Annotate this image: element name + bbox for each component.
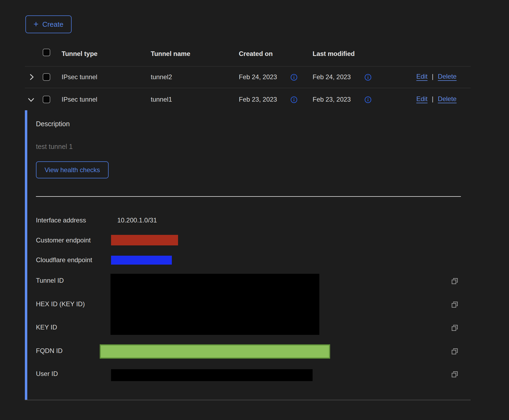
copy-user-id-button[interactable] bbox=[451, 370, 459, 378]
customer-endpoint-redacted-value bbox=[111, 235, 178, 245]
plus-icon: + bbox=[34, 20, 39, 28]
cell-tunnel-type: IPsec tunnel bbox=[62, 96, 97, 103]
interface-address-label: Interface address bbox=[36, 216, 86, 224]
cell-created-on: Feb 23, 2023 bbox=[239, 96, 277, 103]
panel-bottom-divider bbox=[25, 400, 471, 400]
ids-redacted-value bbox=[110, 274, 319, 335]
edit-link[interactable]: Edit bbox=[416, 73, 427, 80]
cell-last-modified: Feb 24, 2023 bbox=[313, 73, 351, 81]
select-row-checkbox[interactable] bbox=[43, 96, 50, 103]
edit-link[interactable]: Edit bbox=[416, 95, 427, 103]
cell-last-modified: Feb 23, 2023 bbox=[313, 96, 351, 103]
column-header-tunnel-name: Tunnel name bbox=[151, 50, 190, 58]
cell-tunnel-name: tunnel2 bbox=[151, 73, 172, 81]
copy-fqdn-id-button[interactable] bbox=[451, 347, 459, 355]
row-divider bbox=[25, 88, 471, 88]
description-label: Description bbox=[36, 120, 70, 128]
fqdn-id-redacted-value bbox=[100, 344, 330, 359]
column-header-tunnel-type: Tunnel type bbox=[62, 50, 98, 58]
info-icon[interactable] bbox=[290, 74, 298, 81]
cell-tunnel-type: IPsec tunnel bbox=[62, 73, 97, 81]
delete-link[interactable]: Delete bbox=[438, 73, 457, 80]
header-divider bbox=[25, 66, 471, 66]
copy-icon bbox=[451, 277, 459, 285]
key-id-label: KEY ID bbox=[36, 324, 57, 331]
info-icon[interactable] bbox=[364, 74, 372, 81]
copy-icon bbox=[451, 347, 459, 355]
cloudflare-endpoint-label: Cloudflare endpoint bbox=[36, 256, 92, 264]
customer-endpoint-label: Customer endpoint bbox=[36, 236, 91, 244]
info-icon[interactable] bbox=[364, 96, 372, 104]
detail-divider bbox=[36, 196, 461, 197]
hex-id-label: HEX ID (KEY ID) bbox=[36, 300, 85, 308]
info-icon[interactable] bbox=[290, 96, 298, 104]
delete-link[interactable]: Delete bbox=[438, 95, 457, 103]
copy-key-id-button[interactable] bbox=[451, 324, 459, 332]
fqdn-id-label: FQDN ID bbox=[36, 347, 63, 355]
select-all-checkbox[interactable] bbox=[43, 49, 50, 56]
user-id-redacted-value bbox=[111, 369, 313, 381]
column-header-created-on: Created on bbox=[239, 50, 273, 58]
create-button-label: Create bbox=[42, 20, 63, 29]
chevron-right-icon[interactable] bbox=[27, 72, 36, 82]
copy-icon bbox=[451, 301, 459, 309]
view-health-checks-label: View health checks bbox=[45, 166, 100, 174]
select-row-checkbox[interactable] bbox=[43, 73, 50, 81]
copy-icon bbox=[451, 370, 459, 378]
copy-tunnel-id-button[interactable] bbox=[451, 277, 459, 285]
column-header-last-modified: Last modified bbox=[313, 50, 355, 58]
action-separator: | bbox=[432, 73, 433, 80]
cloudflare-endpoint-redacted-value bbox=[111, 256, 172, 265]
cell-tunnel-name: tunnel1 bbox=[151, 96, 172, 103]
create-button[interactable]: + Create bbox=[25, 15, 72, 33]
copy-icon bbox=[451, 324, 459, 332]
expanded-row-indicator-bar bbox=[25, 110, 27, 400]
tunnel-id-label: Tunnel ID bbox=[36, 277, 64, 284]
copy-hex-id-button[interactable] bbox=[451, 301, 459, 309]
chevron-down-icon[interactable] bbox=[26, 95, 36, 104]
cell-created-on: Feb 24, 2023 bbox=[239, 73, 277, 81]
interface-address-value: 10.200.1.0/31 bbox=[117, 216, 157, 224]
view-health-checks-button[interactable]: View health checks bbox=[36, 161, 109, 178]
action-separator: | bbox=[432, 95, 433, 103]
description-value: test tunnel 1 bbox=[36, 143, 73, 151]
user-id-label: User ID bbox=[36, 370, 58, 378]
ipsec-tunnels-page: + Create Tunnel type Tunnel name Created… bbox=[0, 0, 509, 420]
